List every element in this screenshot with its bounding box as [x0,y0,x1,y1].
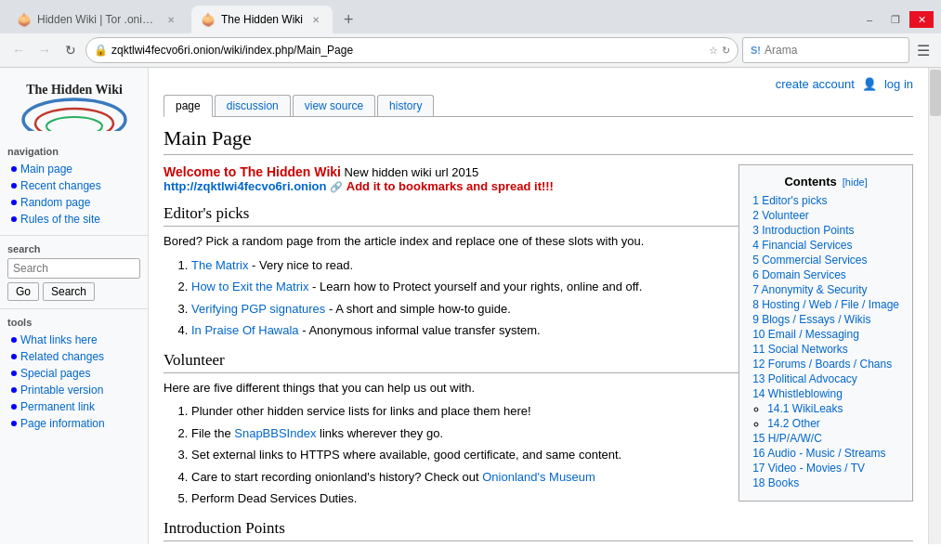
exit-matrix-link[interactable]: How to Exit the Matrix [191,280,308,293]
contents-item-13[interactable]: 13 Political Advocacy [752,372,899,385]
contents-link-14-2[interactable]: 14.2 Other [767,417,820,430]
related-changes-link[interactable]: Related changes [20,350,104,363]
what-links-link[interactable]: What links here [20,333,98,346]
contents-item-8[interactable]: 8 Hosting / Web / File / Image [752,298,899,311]
menu-button[interactable]: ☰ [913,38,934,63]
tab-close-2[interactable]: ✕ [308,13,323,27]
pgp-link[interactable]: Verifying PGP signatures [191,302,325,316]
tab-close-1[interactable]: ✕ [163,13,178,27]
contents-link-3[interactable]: 3 Introduction Points [752,224,854,237]
sidebar-item-permanent[interactable]: Permanent link [7,398,140,415]
contents-link-5[interactable]: 5 Commercial Services [752,254,867,267]
the-matrix-link[interactable]: The Matrix [191,258,248,272]
sidebar-item-rules[interactable]: Rules of the site [7,211,140,228]
contents-link-6[interactable]: 6 Domain Services [752,268,846,281]
contents-link-16[interactable]: 16 Audio - Music / Streams [752,447,885,460]
wiki-url-link[interactable]: http://zqktlwi4fecvo6ri.onion [163,179,327,193]
contents-item-17[interactable]: 17 Video - Movies / TV [752,462,899,475]
tab-page[interactable]: page [163,95,213,117]
contents-link-1[interactable]: 1 Editor's picks [752,194,827,207]
sidebar-item-main-page[interactable]: Main page [7,161,140,177]
contents-item-5[interactable]: 5 Commercial Services [752,254,899,267]
permanent-link[interactable]: Permanent link [20,400,95,413]
recent-changes-link[interactable]: Recent changes [20,179,101,192]
main-page-link[interactable]: Main page [20,163,72,176]
contents-hide-link[interactable]: [hide] [843,176,868,188]
contents-item-1[interactable]: 1 Editor's picks [752,194,899,207]
contents-item-11[interactable]: 11 Social Networks [752,343,899,356]
tab-hidden-wiki-1[interactable]: 🧅 Hidden Wiki | Tor .onion ur... ✕ [7,6,188,33]
contents-item-9[interactable]: 9 Blogs / Essays / Wikis [752,313,899,326]
page-info-link[interactable]: Page information [20,417,105,430]
sidebar-item-related-changes[interactable]: Related changes [7,348,140,365]
tools-section: tools What links here Related changes Sp… [0,309,148,439]
contents-link-11[interactable]: 11 Social Networks [752,343,848,356]
sidebar-item-what-links[interactable]: What links here [7,332,140,348]
random-page-link[interactable]: Random page [20,196,90,209]
contents-link-12[interactable]: 12 Forums / Boards / Chans [752,358,892,371]
contents-item-14-1[interactable]: 14.1 WikiLeaks [767,402,899,415]
bookmark-star-icon[interactable]: ☆ [709,45,718,57]
forward-button[interactable]: → [33,39,56,61]
tools-title: tools [7,317,140,328]
tab-label-2: The Hidden Wiki [221,13,303,26]
contents-item-10[interactable]: 10 Email / Messaging [752,328,899,341]
contents-item-7[interactable]: 7 Anonymity & Security [752,283,899,296]
tab-discussion[interactable]: discussion [215,95,291,116]
contents-link-7[interactable]: 7 Anonymity & Security [752,283,867,296]
new-tab-button[interactable]: + [336,10,361,30]
tab-history[interactable]: history [377,95,434,116]
contents-link-4[interactable]: 4 Financial Services [752,239,852,252]
search-button[interactable]: Search [43,282,95,301]
contents-item-12[interactable]: 12 Forums / Boards / Chans [752,358,899,371]
sidebar-item-page-info[interactable]: Page information [7,415,140,432]
tab-hidden-wiki-2[interactable]: 🧅 The Hidden Wiki ✕ [191,6,333,33]
contents-item-3[interactable]: 3 Introduction Points [752,224,899,237]
contents-link-14-1[interactable]: 14.1 WikiLeaks [767,402,843,415]
reload-button[interactable]: ↻ [59,39,82,61]
scrollbar-thumb[interactable] [930,70,941,116]
login-link[interactable]: log in [884,77,913,91]
sidebar-item-printable[interactable]: Printable version [7,382,140,398]
minimize-button[interactable]: – [857,11,882,28]
nav-bullet-icon [11,216,17,222]
onionland-link[interactable]: Onionland's Museum [482,470,595,484]
contents-link-9[interactable]: 9 Blogs / Essays / Wikis [752,313,870,326]
contents-link-15[interactable]: 15 H/P/A/W/C [752,432,822,445]
welcome-subtitle: New hidden wiki url 2015 [345,165,479,179]
back-button[interactable]: ← [7,39,30,61]
contents-link-14[interactable]: 14 Whistleblowing [752,387,843,400]
contents-item-15[interactable]: 15 H/P/A/W/C [752,432,899,445]
contents-item-16[interactable]: 16 Audio - Music / Streams [752,447,899,460]
sidebar-item-special-pages[interactable]: Special pages [7,365,140,382]
contents-link-2[interactable]: 2 Volunteer [752,209,809,222]
contents-item-2[interactable]: 2 Volunteer [752,209,899,222]
contents-title: Contents [hide] [752,175,899,189]
scrollbar-track[interactable] [928,68,941,544]
special-pages-link[interactable]: Special pages [20,367,90,380]
sidebar-item-recent-changes[interactable]: Recent changes [7,177,140,194]
contents-link-8[interactable]: 8 Hosting / Web / File / Image [752,298,899,311]
contents-link-17[interactable]: 17 Video - Movies / TV [752,462,865,475]
address-input[interactable] [111,44,705,57]
contents-link-10[interactable]: 10 Email / Messaging [752,328,859,341]
create-account-link[interactable]: create account [776,77,855,91]
tab-view-source[interactable]: view source [293,95,375,116]
contents-item-14-2[interactable]: 14.2 Other [767,417,899,430]
sidebar-item-random-page[interactable]: Random page [7,194,140,211]
contents-item-18[interactable]: 18 Books [752,476,899,489]
browser-search-input[interactable] [765,44,904,57]
contents-link-18[interactable]: 18 Books [752,476,799,489]
contents-item-6[interactable]: 6 Domain Services [752,268,899,281]
printable-link[interactable]: Printable version [20,384,103,397]
contents-item-4[interactable]: 4 Financial Services [752,239,899,252]
go-button[interactable]: Go [7,282,39,301]
rules-link[interactable]: Rules of the site [20,213,100,226]
wiki-search-input[interactable] [7,258,140,279]
contents-item-14[interactable]: 14 Whistleblowing [752,387,899,400]
close-button[interactable]: ✕ [909,11,934,28]
hawala-link[interactable]: In Praise Of Hawala [191,323,299,337]
contents-link-13[interactable]: 13 Political Advocacy [752,372,857,385]
maximize-button[interactable]: ❐ [883,11,908,28]
snapbbs-link[interactable]: SnapBBSIndex [234,426,316,440]
